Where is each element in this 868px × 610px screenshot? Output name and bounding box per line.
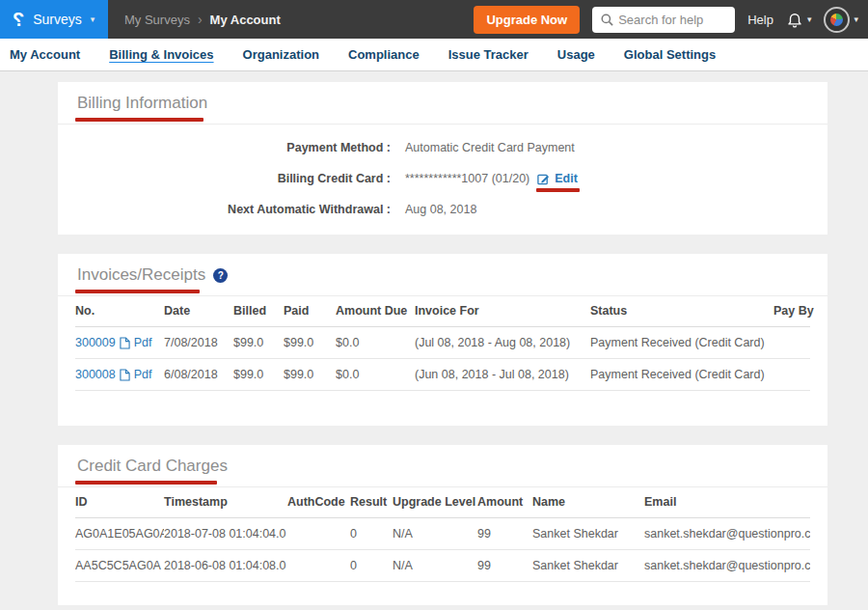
col-date: Date [164,296,233,327]
invoice-status: Payment Received (Credit Card) [590,327,773,359]
help-icon[interactable]: ? [213,268,228,283]
breadcrumb-chevron-icon: › [198,13,203,26]
annotation-underline [75,481,217,485]
charge-name: Sanket Shekdar [532,518,644,550]
masked-card-number: ************1007 (01/20) [405,172,529,185]
help-search [592,7,735,33]
invoice-billed: $99.0 [233,327,284,359]
notifications-menu[interactable]: ▾ [786,11,812,28]
credit-card-charges-title: Credit Card Charges [77,457,228,476]
col-id: ID [75,487,164,518]
chevron-down-icon: ▾ [91,15,95,24]
charge-timestamp: 2018-06-08 01:04:08.0 [164,550,287,582]
charges-table-wrap: ID Timestamp AuthCode Result Upgrade Lev… [58,487,827,605]
invoice-for: (Jul 08, 2018 - Aug 08, 2018) [415,327,590,359]
charge-row: AG0A1E05AG0A 2018-07-08 01:04:04.0 0 N/A… [75,518,810,550]
billing-credit-card-label: Billing Credit Card : [58,172,391,185]
charge-result: 0 [350,518,393,550]
invoice-amount-due: $0.0 [336,359,415,391]
charge-amount: 99 [477,518,532,550]
charge-amount: 99 [477,550,532,582]
invoices-receipts-card: Invoices/Receipts ? No. Date Billed Paid… [58,254,827,426]
annotation-underline [75,118,203,122]
invoice-pdf-link[interactable]: Pdf [134,368,152,381]
col-status: Status [590,296,773,327]
chevron-down-icon: ▾ [854,15,858,24]
invoices-table: No. Date Billed Paid Amount Due Invoice … [75,296,810,391]
account-nav: My Account Billing & Invoices Organizati… [0,39,868,71]
billing-credit-card-row: Billing Credit Card : ************1007 (… [58,163,827,194]
next-withdrawal-value: Aug 08, 2018 [405,203,476,216]
tab-usage[interactable]: Usage [557,47,595,62]
account-menu[interactable]: ▾ [824,7,858,33]
edit-card-label: Edit [555,172,578,185]
page-content: Billing Information Payment Method : Aut… [0,71,868,605]
tab-organization[interactable]: Organization [243,47,319,62]
charge-id: AG0A1E05AG0A [75,518,164,550]
invoice-pay-by [773,327,810,359]
help-link[interactable]: Help [747,13,773,27]
invoices-receipts-title: Invoices/Receipts [77,265,205,285]
avatar-gauge-icon [830,14,843,26]
chevron-down-icon: ▾ [807,15,812,24]
invoice-no-cell: 300008 Pdf [75,359,164,391]
col-result: Result [350,487,393,518]
avatar [824,7,850,33]
tab-issue-tracker[interactable]: Issue Tracker [448,47,529,62]
next-withdrawal-label: Next Automatic Withdrawal : [58,203,391,216]
upgrade-now-button[interactable]: Upgrade Now [474,6,580,34]
tab-billing-invoices[interactable]: Billing & Invoices [109,47,213,62]
edit-card-link[interactable]: Edit [537,172,578,185]
invoice-row: 300009 Pdf 7/08/2018 $99.0 $99.0 $0. [75,327,810,359]
annotation-underline [536,188,580,192]
invoice-number-link[interactable]: 300008 [75,368,116,381]
credit-card-charges-header: Credit Card Charges [58,445,827,487]
col-amount-due: Amount Due [336,296,415,327]
col-no: No. [75,296,164,327]
breadcrumb: My Surveys › My Account [124,13,281,27]
invoice-paid: $99.0 [284,359,336,391]
charge-result: 0 [350,550,393,582]
credit-card-charges-card: Credit Card Charges ID Timestamp AuthCod… [58,445,827,605]
breadcrumb-current: My Account [210,13,281,27]
search-icon [600,13,614,27]
charges-table: ID Timestamp AuthCode Result Upgrade Lev… [75,487,810,582]
invoice-date: 7/08/2018 [164,327,233,359]
col-paid: Paid [284,296,336,327]
col-pay-by: Pay By [773,296,810,327]
top-bar: ? Surveys ▾ My Surveys › My Account Upgr… [0,0,868,39]
charges-header-row: ID Timestamp AuthCode Result Upgrade Lev… [75,487,810,518]
col-authcode: AuthCode [287,487,350,518]
billing-information-header: Billing Information [58,82,827,125]
col-email: Email [644,487,810,518]
invoice-amount-due: $0.0 [336,327,415,359]
invoice-pay-by [773,359,810,391]
card-bottom-spacer [75,582,810,596]
tab-global-settings[interactable]: Global Settings [624,47,716,62]
charge-authcode [287,518,350,550]
tab-compliance[interactable]: Compliance [348,47,420,62]
billing-information-card: Billing Information Payment Method : Aut… [58,82,827,235]
billing-credit-card-value: ************1007 (01/20) Edit [405,172,578,185]
product-menu[interactable]: ? Surveys ▾ [0,0,108,39]
invoice-number-link[interactable]: 300009 [75,336,116,349]
charge-id: AA5C5C5AG0A [75,550,164,582]
annotation-underline [75,290,200,293]
invoice-status: Payment Received (Credit Card) [590,359,773,391]
edit-pencil-icon [537,173,550,185]
col-amount: Amount [477,487,532,518]
tab-my-account[interactable]: My Account [10,47,80,62]
billing-fields: Payment Method : Automatic Credit Card P… [58,125,827,235]
invoice-pdf-link[interactable]: Pdf [134,336,152,349]
col-timestamp: Timestamp [164,487,287,518]
charge-upgrade-level: N/A [393,550,477,582]
invoice-paid: $99.0 [284,327,336,359]
col-upgrade-level: Upgrade Level [393,487,477,518]
payment-method-value: Automatic Credit Card Payment [405,141,575,154]
product-menu-label: Surveys [33,12,82,27]
card-bottom-spacer [75,391,810,416]
breadcrumb-parent[interactable]: My Surveys [124,13,190,27]
charge-upgrade-level: N/A [393,518,477,550]
charge-name: Sanket Shekdar [532,550,644,582]
invoice-no-cell: 300009 Pdf [75,327,164,359]
